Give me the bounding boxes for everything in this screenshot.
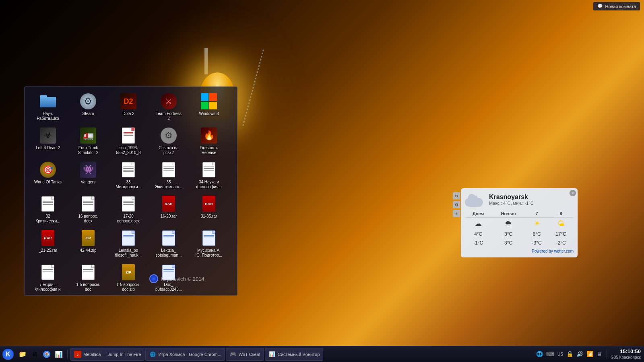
icon-label: Ссылка наpcsx2	[159, 146, 178, 155]
network2-icon[interactable]: 📶	[586, 350, 594, 358]
icon-label: 42-44.zip	[80, 248, 96, 253]
icon-doc33[interactable]: 33Методологи...	[108, 159, 149, 193]
icon-rar3135[interactable]: RAR 31-35.rar	[189, 193, 229, 228]
launcher-monitor[interactable]: 📊	[53, 349, 64, 360]
icon-ssylka-pcsx2[interactable]: ⚙ Ссылка наpcsx2	[149, 125, 189, 159]
notification-text: Новая комната	[605, 4, 636, 9]
weather-night-temps-row: -1°C 3°C -3°C -2°C	[465, 239, 574, 247]
weather-close-btn[interactable]: ×	[570, 190, 576, 196]
icon-cell-1: ☁	[465, 218, 491, 230]
launcher-terminal[interactable]: 🖥	[29, 349, 40, 360]
steam-icon	[80, 93, 96, 109]
weather-icons-row: ☁ 🌨 ☀ 🌤	[465, 218, 574, 230]
icon-nauch-rabota[interactable]: Науч.Работа.Шко	[28, 91, 68, 125]
taskbar-apps: ♪ Metallica — Jump In The Fire 🌐 Игра Хо…	[70, 348, 535, 361]
weather-refresh-btn[interactable]: ↻	[453, 192, 460, 200]
weather-city-name: Krasnoyarsk	[489, 193, 534, 201]
weather-side-buttons: ↻ ⚙ +	[453, 192, 460, 217]
icon-cell-2: 🌨	[491, 218, 525, 230]
icon-doc16[interactable]: 16 вопрос.docx	[68, 193, 108, 228]
icon-doc32[interactable]: 32Критически...	[28, 193, 68, 228]
dota2-icon: D2	[120, 93, 136, 109]
rar-icon2: RAR	[202, 196, 215, 212]
desktop-folder: Науч.Работа.Шко Steam D2 Dota 2 ⚔ Team F…	[24, 86, 237, 296]
icon-label: Dota 2	[122, 111, 134, 116]
keyboard-layout[interactable]: US	[557, 351, 564, 357]
taskbar-wot-btn[interactable]: 🎮 WoT Client	[226, 348, 264, 361]
icon-lekcii-fil[interactable]: Лекции -Философия н	[28, 262, 68, 296]
taskbar-chrome-btn[interactable]: 🌐 Игра Холмса - Google Chrom...	[145, 348, 225, 361]
taskbar-sep-1	[67, 350, 68, 359]
weather-city-info: Krasnoyarsk Макс.: 4°C, мин.: -1°C	[489, 193, 534, 206]
sysmon-label: Системный монитор	[278, 352, 320, 357]
weather-powered-link[interactable]: Powered by wetter.com	[465, 249, 574, 253]
network-icon[interactable]: 🌐	[535, 350, 544, 358]
icon-doc35[interactable]: 35Эпистемолог...	[149, 159, 189, 193]
weather-settings-btn[interactable]: ⚙	[453, 201, 460, 208]
keyboard-icon[interactable]: ⌨	[545, 350, 555, 358]
icon-dota2[interactable]: D2 Dota 2	[108, 91, 149, 125]
wot-label: WoT Client	[239, 352, 260, 357]
lekcii-icon	[41, 265, 54, 280]
icon-voprosy15doc[interactable]: 1-5 вопросы.doc	[68, 262, 108, 296]
icon-wot[interactable]: 🎯 World Of Tanks	[28, 159, 68, 193]
doc33-icon	[122, 162, 135, 177]
temp-night-2: 3°C	[491, 239, 525, 247]
icon-lektsia-sots[interactable]: Lektsia_sotsloguman...	[149, 228, 189, 262]
music-icon: ♪	[74, 351, 81, 358]
icon-lektsia-po[interactable]: Lektsia_pofilosofii_nauk...	[108, 228, 149, 262]
weather-day-temps-row: 4°C 3°C 8°C 17°C	[465, 230, 574, 239]
weather-expand-btn[interactable]: +	[453, 210, 460, 217]
icon-label: Лекции -Философия н	[35, 282, 61, 292]
watermark-text: Kirjakevich © 2014	[161, 276, 204, 282]
taskbar-start-button[interactable]: K	[1, 347, 15, 362]
icon-label: Vangers	[81, 180, 96, 185]
icon-rar2125[interactable]: RAR _21-25.rar	[28, 228, 68, 262]
icon-rar1620[interactable]: RAR 16-20.rar	[149, 193, 189, 228]
taskbar-music-btn[interactable]: ♪ Metallica — Jump In The Fire	[70, 348, 144, 361]
icon-label: 16 вопрос.docx	[78, 214, 98, 224]
musihina-icon	[202, 230, 215, 246]
chrome-app-label: Игра Холмса - Google Chrom...	[158, 352, 221, 357]
icon-label: Windows 8	[199, 111, 219, 116]
taskbar-right: 🌐 ⌨ US 🔒 🔊 📶 🖥 15:10:50 G05 Красноярск	[535, 348, 644, 360]
icon-label: Lektsia_sotsloguman...	[155, 248, 182, 258]
icon-zip4244[interactable]: ZIP 42-44.zip	[68, 228, 108, 262]
win8-icon	[201, 93, 217, 109]
icon-vangers[interactable]: 👾 Vangers	[68, 159, 108, 193]
launcher-files[interactable]: 📁	[17, 349, 28, 360]
icon-grid: Науч.Работа.Шко Steam D2 Dota 2 ⚔ Team F…	[25, 87, 237, 300]
powered-by-text: Powered by wetter.com	[532, 249, 574, 253]
icon-doc1720[interactable]: 17-20вопрос.docx	[108, 193, 149, 228]
display-icon[interactable]: 🖥	[596, 350, 603, 358]
icon-left4dead2[interactable]: ☣ Left 4 Dead 2	[28, 125, 68, 159]
icon-cell-4: 🌤	[548, 218, 574, 230]
temp-day-3: 8°C	[525, 230, 548, 239]
icon-label: 1-5 вопросы.doc	[76, 282, 100, 292]
icon-label: Euro TruckSimulator 2	[78, 146, 99, 155]
taskbar: K 📁 🖥 📊 ♪ Metallica — Jump In The Fire 🌐…	[0, 346, 644, 362]
lock-icon[interactable]: 🔒	[566, 350, 574, 358]
game-icon: ☣	[40, 128, 56, 144]
launcher-chrome[interactable]	[41, 349, 52, 360]
icon-windows8[interactable]: Windows 8	[189, 91, 229, 125]
icon-firestorm[interactable]: 🔥 Firestorm-Release	[189, 125, 229, 159]
icon-team-fortress[interactable]: ⚔ Team Fortress2	[149, 91, 189, 125]
folder-icon	[40, 95, 56, 107]
rar-icon: RAR	[162, 196, 175, 212]
taskbar-sysmon-btn[interactable]: 📊 Системный монитор	[265, 348, 323, 361]
icon-steam[interactable]: Steam	[68, 91, 108, 125]
temp-night-1: -1°C	[465, 239, 491, 247]
icon-euro-truck[interactable]: 🚛 Euro TruckSimulator 2	[68, 125, 108, 159]
icon-doc34[interactable]: 34 Наука ифилософия в	[189, 159, 229, 193]
volume-icon[interactable]: 🔊	[576, 350, 584, 358]
icon-issn-doc[interactable]: issn_1993-5552_2010_8	[108, 125, 149, 159]
doc16-icon	[82, 196, 95, 212]
temp-day-2: 3°C	[491, 230, 525, 239]
truck-icon: 🚛	[80, 128, 96, 144]
icon-label: 17-20вопрос.docx	[117, 214, 140, 224]
firestorm-icon: 🔥	[201, 128, 217, 144]
clock-date: G05 Красноярск	[611, 355, 641, 360]
icon-voprosy15zip[interactable]: ZIP 1-5 вопросы.doc.zip	[108, 262, 149, 296]
icon-musihina[interactable]: Мусихина А.Ю. Подготов...	[189, 228, 229, 262]
